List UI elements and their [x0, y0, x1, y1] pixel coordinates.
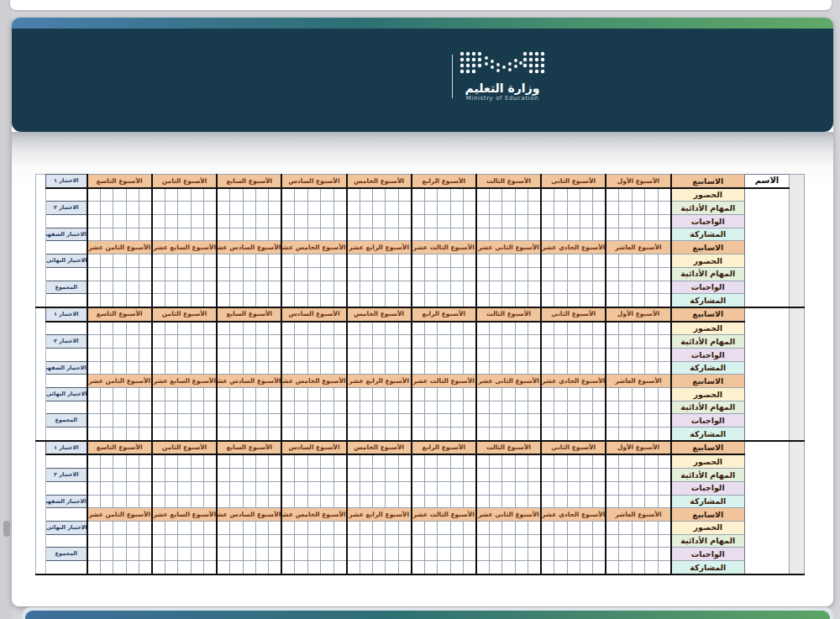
day-cell[interactable] — [528, 481, 541, 495]
day-cell[interactable] — [178, 267, 191, 281]
day-cell[interactable] — [398, 534, 411, 548]
day-cell[interactable] — [632, 481, 644, 495]
day-cell[interactable] — [438, 469, 450, 482]
day-cell[interactable] — [307, 322, 320, 335]
day-cell[interactable] — [295, 202, 307, 215]
day-cell[interactable] — [658, 548, 670, 561]
day-cell[interactable] — [632, 348, 644, 361]
day-cell[interactable] — [386, 388, 398, 401]
day-cell[interactable] — [541, 335, 554, 349]
day-cell[interactable] — [87, 548, 101, 561]
day-cell[interactable] — [567, 281, 580, 294]
day-cell[interactable] — [489, 281, 501, 294]
day-cell[interactable] — [333, 202, 346, 215]
day-cell[interactable] — [502, 388, 515, 401]
day-cell[interactable] — [502, 469, 515, 482]
day-cell[interactable] — [606, 348, 618, 361]
day-cell[interactable] — [450, 414, 463, 428]
day-cell[interactable] — [489, 534, 501, 548]
day-cell[interactable] — [100, 560, 113, 574]
day-cell[interactable] — [412, 481, 424, 495]
day-cell[interactable] — [165, 414, 177, 428]
day-cell[interactable] — [386, 361, 398, 375]
day-cell[interactable] — [372, 560, 385, 574]
day-cell[interactable] — [217, 348, 229, 361]
day-cell[interactable] — [295, 322, 307, 335]
day-cell[interactable] — [554, 267, 567, 281]
day-cell[interactable] — [333, 188, 346, 202]
day-cell[interactable] — [515, 228, 528, 241]
day-cell[interactable] — [424, 322, 437, 335]
day-cell[interactable] — [554, 495, 567, 508]
day-cell[interactable] — [554, 388, 567, 401]
day-cell[interactable] — [567, 388, 580, 401]
day-cell[interactable] — [567, 254, 580, 268]
day-cell[interactable] — [269, 361, 281, 375]
day-cell[interactable] — [178, 335, 191, 349]
day-cell[interactable] — [333, 215, 346, 228]
day-cell[interactable] — [256, 495, 269, 508]
day-cell[interactable] — [347, 188, 360, 202]
day-cell[interactable] — [424, 202, 437, 215]
day-cell[interactable] — [398, 469, 411, 482]
day-cell[interactable] — [281, 322, 294, 335]
day-cell[interactable] — [372, 548, 385, 561]
day-cell[interactable] — [632, 534, 644, 548]
day-cell[interactable] — [165, 228, 177, 241]
day-cell[interactable] — [541, 228, 554, 241]
day-cell[interactable] — [580, 215, 592, 228]
day-cell[interactable] — [450, 361, 463, 375]
day-cell[interactable] — [126, 335, 139, 349]
day-cell[interactable] — [191, 202, 203, 215]
day-cell[interactable] — [230, 428, 243, 441]
day-cell[interactable] — [580, 495, 592, 508]
day-cell[interactable] — [100, 335, 113, 349]
day-cell[interactable] — [126, 228, 139, 241]
day-cell[interactable] — [438, 322, 450, 335]
day-cell[interactable] — [243, 228, 255, 241]
day-cell[interactable] — [412, 388, 424, 401]
day-cell[interactable] — [191, 188, 203, 202]
day-cell[interactable] — [541, 202, 554, 215]
day-cell[interactable] — [554, 534, 567, 548]
day-cell[interactable] — [307, 361, 320, 375]
day-cell[interactable] — [204, 495, 217, 508]
day-cell[interactable] — [476, 481, 489, 495]
day-cell[interactable] — [658, 228, 670, 241]
day-cell[interactable] — [438, 188, 450, 202]
day-cell[interactable] — [567, 481, 580, 495]
day-cell[interactable] — [178, 469, 191, 482]
day-cell[interactable] — [269, 469, 281, 482]
day-cell[interactable] — [580, 454, 592, 468]
day-cell[interactable] — [645, 401, 658, 414]
day-cell[interactable] — [580, 414, 592, 428]
day-cell[interactable] — [87, 414, 101, 428]
day-cell[interactable] — [230, 322, 243, 335]
day-cell[interactable] — [126, 401, 139, 414]
day-cell[interactable] — [217, 521, 229, 534]
day-cell[interactable] — [126, 361, 139, 375]
day-cell[interactable] — [645, 534, 658, 548]
day-cell[interactable] — [606, 361, 618, 375]
day-cell[interactable] — [438, 294, 450, 307]
day-cell[interactable] — [593, 267, 606, 281]
day-cell[interactable] — [113, 534, 126, 548]
day-cell[interactable] — [580, 188, 592, 202]
day-cell[interactable] — [464, 361, 476, 375]
day-cell[interactable] — [165, 521, 177, 534]
day-cell[interactable] — [165, 281, 177, 294]
day-cell[interactable] — [658, 335, 670, 349]
day-cell[interactable] — [450, 202, 463, 215]
day-cell[interactable] — [658, 294, 670, 307]
day-cell[interactable] — [360, 428, 372, 441]
day-cell[interactable] — [645, 414, 658, 428]
day-cell[interactable] — [515, 335, 528, 349]
day-cell[interactable] — [243, 454, 255, 468]
day-cell[interactable] — [165, 548, 177, 561]
day-cell[interactable] — [295, 414, 307, 428]
day-cell[interactable] — [528, 188, 541, 202]
day-cell[interactable] — [554, 481, 567, 495]
day-cell[interactable] — [554, 548, 567, 561]
day-cell[interactable] — [243, 188, 255, 202]
day-cell[interactable] — [398, 202, 411, 215]
